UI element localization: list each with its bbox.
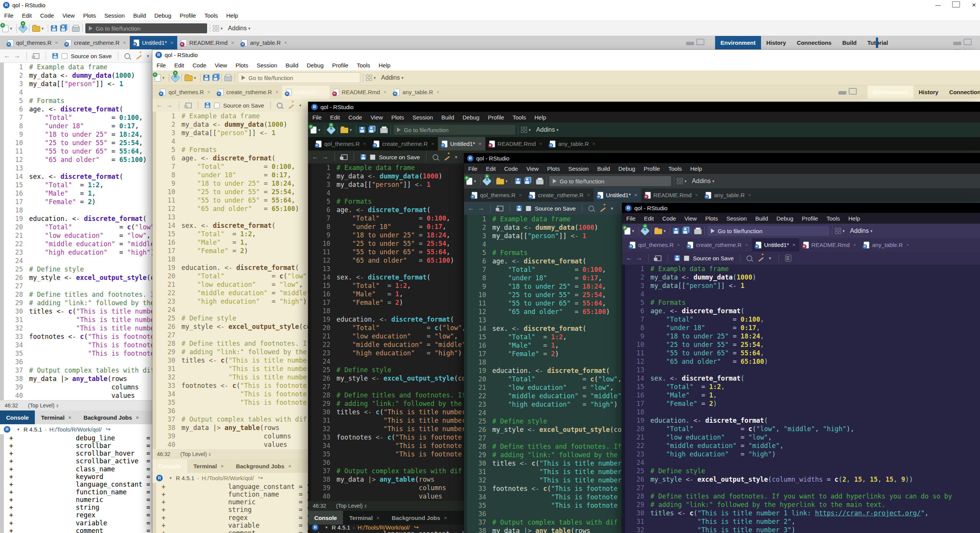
menu-debug[interactable]: Debug bbox=[614, 165, 639, 172]
addins-dropdown-icon[interactable]: ▾ bbox=[248, 26, 251, 31]
close-tab-icon[interactable]: × bbox=[792, 242, 795, 248]
close-tab-icon[interactable]: × bbox=[323, 89, 326, 95]
close-tab-icon[interactable]: × bbox=[275, 89, 278, 95]
open-file-dropdown-icon[interactable]: ▾ bbox=[506, 179, 508, 184]
new-file-dropdown-icon[interactable]: ▾ bbox=[632, 229, 634, 234]
env-tab-history[interactable]: History bbox=[913, 85, 944, 99]
r-version-dropdown-icon[interactable]: ▾ bbox=[325, 525, 328, 530]
menu-help[interactable]: Help bbox=[530, 114, 550, 121]
scope-indicator[interactable]: (Top Level) ⇕ bbox=[180, 451, 212, 457]
console-tab-console[interactable]: Console bbox=[308, 511, 343, 525]
close-tab-icon[interactable]: × bbox=[231, 40, 234, 46]
addins-dropdown-icon[interactable]: ▾ bbox=[712, 179, 715, 184]
close-tab-icon[interactable]: × bbox=[284, 40, 287, 46]
menu-view[interactable]: View bbox=[211, 62, 231, 69]
menu-edit[interactable]: Edit bbox=[640, 215, 658, 222]
menu-tools[interactable]: Tools bbox=[353, 62, 374, 69]
close-tab-icon[interactable]: × bbox=[695, 192, 698, 198]
open-file-dropdown-icon[interactable]: ▾ bbox=[42, 26, 44, 31]
file-tab-untitled1-[interactable]: Untitled1*× bbox=[282, 85, 330, 99]
close-tab-icon[interactable]: × bbox=[384, 89, 387, 95]
close-tab-icon[interactable]: × bbox=[519, 192, 522, 198]
menu-profile[interactable]: Profile bbox=[797, 215, 822, 222]
addins-dropdown-icon[interactable]: ▾ bbox=[402, 75, 404, 80]
file-tab-create-rstheme-r[interactable]: create_rstheme.R× bbox=[370, 137, 438, 150]
menu-session[interactable]: Session bbox=[253, 62, 281, 69]
env-tab-connections[interactable]: Connections bbox=[791, 36, 837, 49]
close-tab-icon[interactable]: × bbox=[363, 141, 366, 147]
pane-layout-dropdown-icon[interactable]: ▾ bbox=[529, 128, 531, 132]
menu-help[interactable]: Help bbox=[844, 215, 864, 222]
file-tab-untitled1-[interactable]: Untitled1*× bbox=[438, 137, 485, 150]
env-tab-history[interactable]: History bbox=[761, 36, 792, 49]
close-tab-icon[interactable]: × bbox=[55, 40, 58, 46]
env-pane-buttons[interactable] bbox=[953, 39, 972, 45]
source-pane-buttons[interactable] bbox=[686, 39, 704, 45]
file-tab-untitled1-[interactable]: Untitled1*× bbox=[594, 188, 641, 202]
menu-view[interactable]: View bbox=[58, 12, 79, 19]
console-tab-background-jobs[interactable]: Background Jobs× bbox=[385, 511, 453, 525]
close-tab-icon[interactable]: × bbox=[853, 242, 856, 248]
menu-session[interactable]: Session bbox=[722, 215, 751, 222]
menu-edit[interactable]: Edit bbox=[18, 12, 36, 19]
menu-build[interactable]: Build bbox=[751, 215, 772, 222]
menu-plots[interactable]: Plots bbox=[79, 12, 100, 19]
file-tab-untitled1-[interactable]: Untitled1*× bbox=[130, 36, 177, 49]
menu-code[interactable]: Code bbox=[344, 114, 366, 121]
menu-edit[interactable]: Edit bbox=[326, 114, 344, 121]
menu-plots[interactable]: Plots bbox=[701, 215, 722, 222]
menu-build[interactable]: Build bbox=[437, 114, 458, 121]
open-directory-icon[interactable]: ↪ bbox=[106, 426, 111, 433]
close-tab-icon[interactable]: × bbox=[431, 141, 434, 147]
menu-file[interactable]: File bbox=[308, 114, 326, 121]
window-titlebar[interactable]: Rqol - RStudio bbox=[464, 153, 980, 163]
pane-layout-dropdown-icon[interactable]: ▾ bbox=[684, 179, 687, 184]
addins-button[interactable]: Addins bbox=[850, 227, 869, 234]
goto-file-function-search[interactable]: Go to file/function bbox=[707, 226, 829, 236]
addins-button[interactable]: Addins bbox=[381, 74, 400, 81]
menu-profile[interactable]: Profile bbox=[175, 12, 200, 19]
open-file-dropdown-icon[interactable]: ▾ bbox=[350, 128, 352, 132]
addins-button[interactable]: Addins bbox=[228, 25, 247, 32]
file-tab-readme-rmd[interactable]: README.Rmd× bbox=[330, 85, 390, 99]
file-tab-any-table-r[interactable]: any_table.R× bbox=[546, 137, 599, 150]
code-tools-dropdown-icon[interactable]: ▾ bbox=[611, 206, 613, 211]
pane-layout-dropdown-icon[interactable]: ▾ bbox=[843, 229, 845, 234]
console-tab-console[interactable]: Console bbox=[0, 410, 35, 424]
menu-build[interactable]: Build bbox=[129, 12, 150, 19]
menu-file[interactable]: File bbox=[622, 215, 640, 222]
back-icon[interactable]: ← bbox=[4, 52, 10, 60]
close-tab-icon[interactable]: × bbox=[123, 40, 126, 46]
pane-layout-dropdown-icon[interactable]: ▾ bbox=[374, 75, 376, 80]
menu-profile[interactable]: Profile bbox=[328, 62, 353, 69]
close-tab-icon[interactable]: × bbox=[221, 463, 224, 469]
window-titlebar[interactable]: Rqol - RStudio—✕ bbox=[0, 0, 980, 10]
back-icon[interactable]: ← bbox=[156, 101, 163, 109]
restore-button[interactable] bbox=[952, 1, 960, 9]
addins-dropdown-icon[interactable]: ▾ bbox=[871, 229, 873, 234]
goto-file-function-search[interactable]: Go to file/function bbox=[85, 23, 207, 33]
goto-file-function-search[interactable]: Go to file/function bbox=[238, 72, 360, 83]
menu-tools[interactable]: Tools bbox=[200, 12, 222, 19]
forward-icon[interactable]: → bbox=[478, 204, 484, 212]
window-titlebar[interactable]: Rqol - RStudio bbox=[152, 50, 980, 60]
menu-build[interactable]: Build bbox=[281, 62, 302, 69]
console-tab-background-jobs[interactable]: Background Jobs× bbox=[77, 410, 145, 424]
env-tab-build[interactable]: Build bbox=[837, 36, 862, 49]
code-tools-dropdown-icon[interactable]: ▾ bbox=[769, 256, 771, 261]
menu-tools[interactable]: Tools bbox=[664, 165, 686, 172]
close-tab-icon[interactable]: × bbox=[288, 463, 291, 469]
close-tab-icon[interactable]: × bbox=[906, 242, 909, 248]
menu-edit[interactable]: Edit bbox=[170, 62, 188, 69]
file-tab-qol-themes-r[interactable]: qol_themes.R× bbox=[312, 137, 370, 150]
menu-session[interactable]: Session bbox=[100, 12, 129, 19]
menu-view[interactable]: View bbox=[366, 114, 387, 121]
console-tab-console[interactable]: Console bbox=[152, 459, 187, 473]
open-directory-icon[interactable]: ↪ bbox=[258, 474, 263, 481]
menu-file[interactable]: File bbox=[0, 12, 18, 19]
file-tab-create-rstheme-r[interactable]: create_rstheme.R× bbox=[526, 188, 594, 202]
open-file-dropdown-icon[interactable]: ▾ bbox=[194, 75, 196, 80]
file-tab-readme-rmd[interactable]: README.Rmd× bbox=[485, 137, 546, 150]
scope-indicator[interactable]: (Top Level) ⇕ bbox=[336, 503, 368, 509]
close-tab-icon[interactable]: × bbox=[207, 89, 211, 95]
